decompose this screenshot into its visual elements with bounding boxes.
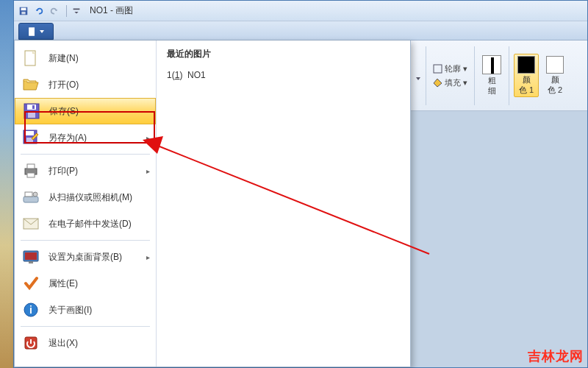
canvas-background: [411, 111, 587, 367]
chevron-down-icon[interactable]: [415, 68, 421, 83]
recent-header: 最近的图片: [167, 48, 400, 60]
desktop-background-strip: [0, 0, 13, 368]
print-icon: [22, 162, 40, 180]
qat-redo-icon[interactable]: [48, 4, 61, 18]
ribbon-tab-row: [14, 21, 587, 40]
menu-separator: [21, 240, 150, 241]
menu-item-print[interactable]: 打印(P): [15, 158, 156, 184]
menu-label: 退出(X): [49, 337, 78, 350]
svg-rect-12: [26, 131, 34, 135]
exit-icon: [22, 334, 40, 352]
properties-icon: [22, 275, 40, 292]
window-title: NO1 - 画图: [90, 4, 133, 17]
svg-rect-28: [434, 65, 442, 73]
menu-item-save[interactable]: 保存(S): [15, 98, 156, 124]
menu-label: 打印(P): [49, 165, 78, 177]
menu-item-new[interactable]: 新建(N): [15, 45, 156, 71]
paint-window: NO1 - 画图 新建(N) 打开(O) 保存(S): [13, 0, 588, 368]
content-area: 新建(N) 打开(O) 保存(S) 另存为(A) 打印(P): [14, 40, 587, 367]
qat-undo-icon[interactable]: [32, 4, 46, 18]
svg-rect-10: [32, 105, 35, 109]
color2-button[interactable]: 颜 色 2: [543, 54, 567, 96]
ribbon-separator: [509, 46, 509, 105]
svg-text:i: i: [29, 304, 32, 316]
outline-button[interactable]: 轮廓▾: [431, 63, 470, 75]
email-icon: [22, 215, 40, 233]
svg-rect-4: [29, 27, 35, 35]
svg-rect-9: [28, 112, 35, 118]
menu-item-desktop-bg[interactable]: 设置为桌面背景(B): [15, 244, 156, 270]
qat-save-icon[interactable]: [17, 4, 30, 18]
fill-button[interactable]: 填充▾: [431, 77, 470, 89]
about-icon: i: [22, 301, 40, 319]
menu-label: 设置为桌面背景(B): [49, 251, 122, 263]
menu-item-exit[interactable]: 退出(X): [15, 330, 156, 356]
scanner-icon: [22, 188, 40, 206]
menu-separator: [21, 154, 150, 155]
watermark-text: 吉林龙网: [528, 347, 584, 365]
save-as-icon: [22, 129, 40, 146]
menu-label: 在电子邮件中发送(D): [49, 218, 132, 230]
color2-swatch: [546, 56, 564, 74]
recent-files-panel: 最近的图片 1(1) NO1: [157, 40, 410, 367]
color1-swatch: [517, 56, 535, 74]
svg-rect-23: [29, 261, 33, 263]
svg-rect-17: [24, 197, 38, 202]
menu-item-open[interactable]: 打开(O): [15, 71, 156, 98]
menu-label: 从扫描仪或照相机(M): [49, 191, 132, 204]
file-tab[interactable]: [18, 23, 54, 40]
stroke-width-button[interactable]: 粗 细: [479, 54, 504, 96]
folder-open-icon: [22, 76, 40, 93]
svg-rect-1: [21, 7, 26, 10]
menu-label: 保存(S): [49, 105, 79, 118]
desktop-bg-icon: [22, 248, 40, 266]
svg-rect-16: [27, 173, 35, 177]
qat-separator: [66, 5, 67, 17]
menu-label: 关于画图(I): [49, 304, 92, 316]
menu-label: 新建(N): [49, 52, 79, 65]
title-bar: NO1 - 画图: [14, 1, 587, 21]
menu-label: 打开(O): [49, 79, 79, 91]
file-menu-panel: 新建(N) 打开(O) 保存(S) 另存为(A) 打印(P): [14, 40, 411, 367]
svg-rect-22: [25, 252, 37, 260]
ribbon-separator: [426, 46, 426, 105]
svg-rect-18: [25, 192, 32, 197]
svg-rect-2: [21, 11, 25, 14]
svg-rect-27: [30, 339, 32, 344]
color1-button[interactable]: 颜 色 1: [514, 54, 539, 96]
ribbon-partial: 轮廓▾ 填充▾ 粗 细 颜 色 1 颜 色 2: [411, 40, 587, 111]
menu-item-properties[interactable]: 属性(E): [15, 270, 156, 297]
menu-item-email[interactable]: 在电子邮件中发送(D): [15, 210, 156, 237]
menu-label: 属性(E): [49, 277, 78, 290]
menu-item-scanner[interactable]: 从扫描仪或照相机(M): [15, 184, 156, 210]
menu-item-about[interactable]: i 关于画图(I): [15, 297, 156, 323]
ribbon-separator: [474, 46, 475, 105]
menu-item-save-as[interactable]: 另存为(A): [15, 124, 156, 151]
svg-rect-3: [74, 8, 80, 10]
recent-file-item[interactable]: 1(1) NO1: [167, 68, 400, 82]
svg-rect-8: [27, 105, 36, 110]
file-menu-list: 新建(N) 打开(O) 保存(S) 另存为(A) 打印(P): [15, 40, 157, 367]
menu-label: 另存为(A): [49, 132, 87, 144]
save-icon: [23, 102, 40, 120]
stroke-preview-icon: [482, 55, 501, 74]
svg-point-19: [33, 192, 37, 197]
qat-customize-icon[interactable]: [70, 4, 83, 18]
svg-rect-15: [27, 164, 35, 169]
file-new-icon: [22, 49, 40, 67]
menu-separator: [21, 326, 150, 327]
